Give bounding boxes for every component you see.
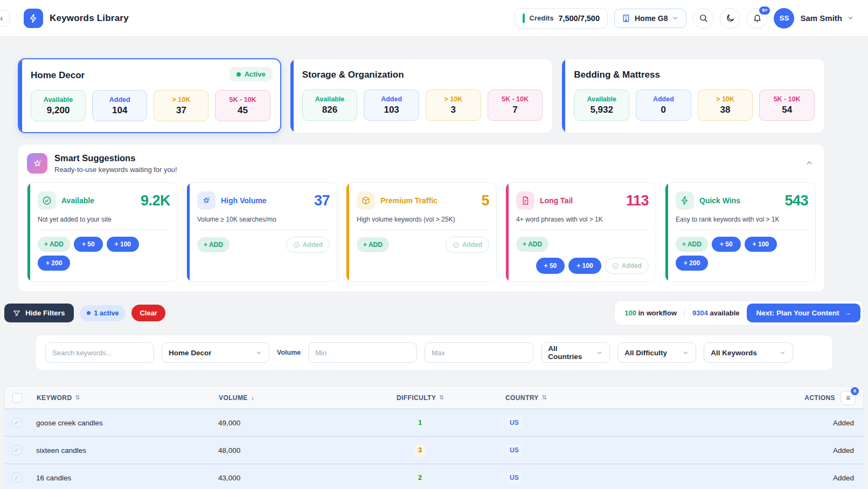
stat-label: 5K - 10K [218,96,267,104]
table-row[interactable]: ✓ 16 candles 43,000 2 US Added [4,464,864,489]
notifications-button[interactable]: 9+ [747,8,767,29]
next-plan-content-button[interactable]: Next: Plan Your Content → [747,304,860,322]
topbar-actions: Credits 7,500/7,500 Home G8 [515,8,854,29]
volume-max-input[interactable] [425,342,533,363]
credits-meter-bar [523,13,525,23]
keyword-cell: sixteen candles [36,446,218,454]
add-100-button[interactable]: + 100 [107,237,139,252]
suggestion-card-long-tail: Long Tail 113 4+ word phrases with vol >… [505,182,656,282]
add-200-button[interactable]: + 200 [676,256,708,271]
card-accent-bar [665,183,668,281]
category-card-home-decor[interactable]: Home Decor Active Available9,200 Added10… [18,58,281,133]
stat-value: 5,932 [577,105,627,115]
dark-mode-toggle[interactable] [720,8,740,29]
chevron-down-icon [847,15,854,22]
column-header-country[interactable]: COUNTRY⇅ [505,394,772,402]
column-header-volume[interactable]: VOLUME↓ [219,394,397,402]
check-circle-icon [293,242,300,249]
add-50-button[interactable]: + 50 [712,237,741,252]
lightning-icon [676,191,694,210]
stat-over-10k: > 10K37 [154,90,209,121]
stat-label: Available [305,95,355,103]
back-chevron-icon: ‹ [0,13,3,23]
back-button[interactable]: ‹ [0,10,10,26]
table-row[interactable]: ✓ sixteen candles 48,000 3 US Added [4,436,864,464]
category-select[interactable]: Home Decor [162,342,269,363]
funnel-icon [13,309,20,317]
arrow-right-icon: → [844,309,852,317]
add-50-button[interactable]: + 50 [74,237,103,252]
collapse-chevron-up-icon[interactable] [805,159,814,167]
stat-value: 3 [428,105,478,115]
add-button[interactable]: + ADD [357,237,389,252]
suggestion-card-available: Available 9.2K Not yet added to your sit… [27,182,178,282]
card-accent-bar [27,183,30,281]
keyword-type-select[interactable]: All Keywords [704,342,793,363]
category-card-storage-organization[interactable]: Storage & Organization Available826 Adde… [290,58,553,133]
add-200-button[interactable]: + 200 [38,256,70,271]
row-checkbox[interactable]: ✓ [12,418,22,428]
stat-label: Added [366,95,416,103]
status-cell: Added [772,446,864,454]
add-button[interactable]: + ADD [676,237,708,252]
clear-filters-button[interactable]: Clear [131,305,165,321]
column-header-keyword[interactable]: KEYWORD⇅ [37,394,219,402]
keyword-type-select-value: All Keywords [711,349,757,357]
user-menu[interactable]: SS Sam Smith [774,8,854,29]
table-menu-button[interactable]: ≡ 6 [841,391,856,405]
stat-label: Available [577,95,627,103]
add-50-button[interactable]: + 50 [536,258,565,274]
card-description: 4+ word phrases with vol > 1K [516,216,649,223]
card-title: High Volume [221,196,267,205]
card-header: Available 9.2K [38,191,170,210]
add-100-button[interactable]: + 100 [568,258,601,274]
smart-suggestions-titles: Smart Suggestions Ready-to-use keywords … [54,153,177,174]
workspace-selector[interactable]: Home G8 [614,9,686,28]
active-filters-badge[interactable]: 1 active [80,305,126,321]
card-description: Easy to rank keywords with vol > 1K [676,216,808,223]
search-input[interactable] [45,342,154,363]
suggestion-cards: Available 9.2K Not yet added to your sit… [27,182,816,282]
volume-min-input[interactable] [308,342,417,363]
added-button[interactable]: Added [286,237,330,253]
category-card-bedding-mattress[interactable]: Bedding & Mattress Available5,932 Added0… [561,58,825,133]
column-header-difficulty[interactable]: DIFFICULTY⇅ [397,394,505,402]
card-actions-row-2: + 50 + 100 Added [516,258,649,274]
search-button[interactable] [693,8,713,29]
add-100-button[interactable]: + 100 [745,237,777,252]
add-button[interactable]: + ADD [516,237,548,252]
difficulty-badge: 1 [414,417,426,429]
section-title: Smart Suggestions [54,153,177,163]
add-button[interactable]: + ADD [197,237,230,252]
card-accent-bar [346,183,349,281]
select-all-checkbox[interactable] [12,393,22,403]
top-bar: ‹ Keywords Library Credits 7,500/7,500 H… [0,0,868,37]
country-select[interactable]: All Countries [541,342,610,363]
category-stats: Available5,932 Added0 > 10K38 5K - 10K54 [574,89,815,121]
country-cell: US [505,417,772,429]
card-actions: + ADD + 50 + 100 + 200 [38,230,170,271]
stat-added: Added0 [636,89,691,121]
lightning-icon [29,13,38,23]
added-button[interactable]: Added [605,258,649,274]
chevron-down-icon [672,15,679,22]
column-label: VOLUME [219,394,248,402]
card-title: Available [61,196,94,205]
row-checkbox[interactable]: ✓ [12,445,22,455]
stat-5k-10k: 5K - 10K7 [488,89,543,121]
add-button[interactable]: + ADD [38,237,70,252]
hide-filters-label: Hide Filters [25,309,65,317]
stat-label: 5K - 10K [762,95,812,103]
added-button[interactable]: Added [446,237,489,253]
category-stats: Available9,200 Added104 > 10K37 5K - 10K… [31,90,270,121]
sort-icon: ⇅ [75,394,80,401]
difficulty-select[interactable]: All Difficulty [617,342,696,363]
sort-icon: ⇅ [542,394,547,401]
status-cell: Added [772,474,864,482]
hide-filters-button[interactable]: Hide Filters [4,304,74,322]
app-logo [24,9,43,28]
table-row[interactable]: ✓ goose creek candles 49,000 1 US Added [4,409,864,436]
user-name: Sam Smith [800,13,842,23]
row-checkbox[interactable]: ✓ [12,473,22,483]
status-cell: Added [772,419,864,427]
